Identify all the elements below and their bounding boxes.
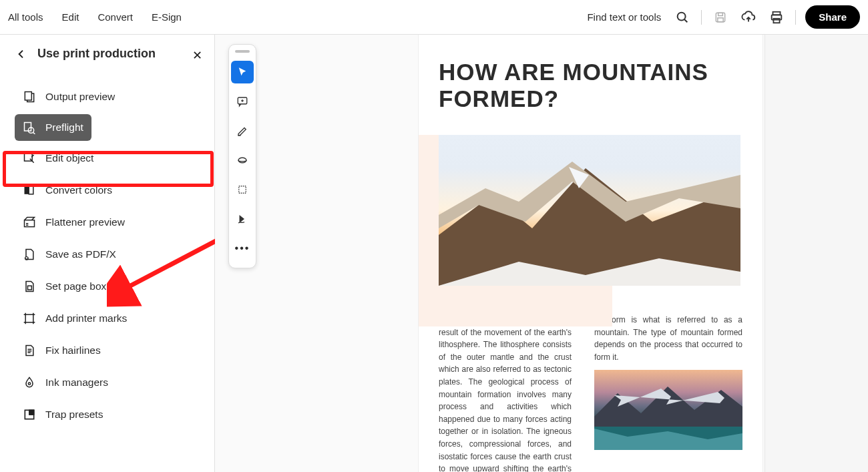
save-icon[interactable] (711, 8, 730, 27)
page-boxes-icon (23, 280, 36, 293)
highlight-tool[interactable] (231, 120, 254, 142)
print-production-list: Output preview Preflight Edit object Con… (0, 70, 214, 429)
save-pdfx-icon (23, 248, 36, 261)
document-title: HOW ARE MOUNTAINS FORMED? (419, 59, 763, 120)
crop-tool[interactable] (231, 178, 254, 201)
svg-rect-21 (29, 410, 34, 415)
edit-object-icon (23, 152, 36, 165)
sidebar-item-edit-object[interactable]: Edit object (19, 144, 198, 173)
cloud-upload-icon[interactable] (739, 8, 758, 27)
sidebar-item-label: Edit object (45, 152, 93, 164)
topbar-left-group: All tools Edit Convert E-Sign (8, 11, 182, 23)
separator (701, 10, 702, 25)
sidebar-item-label: Flattener preview (45, 216, 125, 228)
sidebar-item-set-page-boxes[interactable]: Set page boxes (19, 272, 198, 301)
panel-header: Use print production ✕ (0, 35, 214, 70)
printer-marks-icon (23, 312, 36, 325)
document-canvas: ••• HOW ARE MOUNTAINS FORMED? Mountains … (215, 35, 868, 472)
svg-line-1 (684, 19, 687, 21)
right-side-panel (765, 35, 868, 472)
print-icon[interactable] (767, 8, 786, 27)
sidebar-item-label: Trap presets (45, 409, 103, 421)
fix-hairlines-icon (23, 344, 36, 357)
column-2: landform is what is referred to as a mou… (594, 314, 742, 472)
output-preview-icon (23, 90, 36, 103)
sidebar-item-preflight[interactable]: Preflight (15, 114, 91, 141)
sidebar-item-label: Set page boxes (45, 280, 118, 292)
back-icon[interactable] (15, 47, 28, 61)
trap-presets-icon (23, 408, 36, 421)
svg-rect-3 (718, 13, 723, 15)
sidebar-item-output-preview[interactable]: Output preview (19, 82, 198, 111)
sidebar-item-label: Add printer marks (45, 312, 127, 324)
svg-rect-25 (239, 186, 246, 194)
convert-colors-icon (23, 184, 36, 197)
flattener-preview-icon (23, 216, 36, 229)
select-tool[interactable] (231, 61, 254, 83)
svg-point-24 (238, 158, 246, 163)
svg-rect-13 (25, 186, 29, 194)
print-production-panel: Use print production ✕ Output preview Pr… (0, 35, 215, 472)
sidebar-item-label: Convert colors (45, 184, 112, 196)
sidebar-item-label: Save as PDF/X (45, 248, 116, 260)
draw-tool[interactable] (231, 149, 254, 172)
sidebar-item-printer-marks[interactable]: Add printer marks (19, 304, 198, 333)
hero-wrap (419, 135, 763, 286)
toolbar-drag-handle-icon[interactable] (235, 50, 250, 53)
floating-toolbar: ••• (228, 44, 256, 268)
sidebar-item-ink-managers[interactable]: Ink managers (19, 368, 198, 397)
svg-rect-15 (25, 220, 35, 227)
menu-all-tools[interactable]: All tools (8, 11, 43, 23)
sidebar-item-save-pdfx[interactable]: Save as PDF/X (19, 240, 198, 269)
svg-point-19 (28, 383, 30, 385)
column-2-text: landform is what is referred to as a mou… (594, 315, 742, 362)
separator (795, 10, 796, 25)
menu-convert[interactable]: Convert (97, 11, 133, 23)
preflight-icon (23, 121, 36, 134)
column-1: Mountains are usually formed as a result… (439, 314, 572, 472)
close-icon[interactable]: ✕ (192, 48, 202, 63)
topbar: All tools Edit Convert E-Sign Find text … (0, 0, 868, 35)
panel-title: Use print production (37, 47, 156, 61)
menu-esign[interactable]: E-Sign (152, 11, 182, 23)
share-button[interactable]: Share (805, 5, 860, 29)
ink-managers-icon (23, 376, 36, 389)
find-label: Find text or tools (587, 11, 661, 23)
svg-rect-4 (718, 17, 723, 21)
sidebar-item-label: Ink managers (45, 377, 108, 389)
sidebar-item-label: Fix hairlines (45, 344, 101, 357)
secondary-mountain-image (594, 370, 742, 450)
sidebar-item-convert-colors[interactable]: Convert colors (19, 176, 198, 205)
search-icon[interactable] (673, 8, 692, 27)
svg-rect-8 (25, 92, 31, 101)
svg-rect-9 (25, 123, 31, 132)
document-page: HOW ARE MOUNTAINS FORMED? Mountains are … (419, 35, 763, 472)
svg-rect-18 (25, 314, 33, 322)
sidebar-item-label: Output preview (45, 91, 115, 103)
hero-mountain-image (439, 135, 740, 286)
svg-line-11 (33, 133, 35, 135)
fill-sign-tool[interactable] (231, 208, 254, 230)
svg-rect-14 (29, 186, 33, 194)
sidebar-item-flattener-preview[interactable]: Flattener preview (19, 208, 198, 237)
sidebar-item-fix-hairlines[interactable]: Fix hairlines (19, 336, 198, 365)
add-comment-tool[interactable] (231, 90, 254, 113)
sidebar-item-trap-presets[interactable]: Trap presets (19, 400, 198, 429)
svg-marker-30 (594, 387, 742, 430)
svg-rect-17 (28, 286, 32, 290)
more-tools-icon[interactable]: ••• (231, 237, 254, 260)
sidebar-item-label: Preflight (45, 122, 83, 134)
svg-point-0 (678, 12, 686, 20)
menu-edit[interactable]: Edit (62, 11, 79, 23)
topbar-right-group: Find text or tools Share (587, 5, 860, 29)
